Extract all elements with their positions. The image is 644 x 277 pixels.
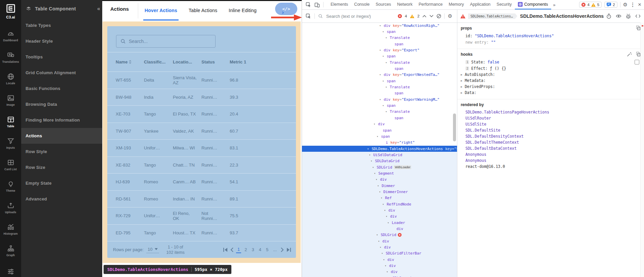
rail-item-card-list[interactable]: Card List: [0, 154, 21, 176]
first-page-button[interactable]: [223, 247, 228, 252]
tree-row[interactable]: span: [302, 90, 457, 96]
tree-disclosure-icon[interactable]: ▾: [367, 147, 372, 150]
hook-row[interactable]: 2Effect:ƒ () {}: [461, 65, 641, 72]
tree-row[interactable]: span: [302, 127, 457, 133]
rendered-by-item[interactable]: Anonymous: [461, 157, 641, 164]
hook-checkbox[interactable]: [635, 60, 639, 64]
tree-row[interactable]: ▾span: [302, 53, 457, 59]
sidebar-item-table-types[interactable]: Table Types: [21, 17, 102, 33]
table-row[interactable]: BW-948IndiaPeoria, AZRunni…39.3: [107, 89, 296, 106]
devtools-tab-network[interactable]: Network: [394, 0, 416, 9]
devtools-tab-security[interactable]: Security: [494, 0, 515, 9]
rail-item-table[interactable]: Table: [0, 111, 21, 133]
devtools-tab-performance[interactable]: Performance: [416, 0, 446, 9]
collapse-menu-button[interactable]: «: [97, 6, 100, 12]
tree-row[interactable]: ▾Translate: [302, 35, 457, 41]
tree-disclosure-icon[interactable]: ▾: [378, 240, 382, 243]
tree-disclosure-icon[interactable]: ▾: [376, 233, 381, 236]
copy-icon[interactable]: [636, 52, 641, 56]
tree-row[interactable]: ▾SDLGrid: [302, 232, 457, 238]
rows-per-page-select[interactable]: 10: [146, 246, 159, 253]
column-header-3[interactable]: Status: [201, 59, 230, 64]
hook-group-data[interactable]: ▶Data:: [461, 90, 641, 96]
sidebar-item-row-size[interactable]: Row Size: [21, 159, 102, 175]
rail-item-graph[interactable]: Graph: [0, 240, 21, 262]
tree-disclosure-icon[interactable]: ▾: [379, 49, 384, 52]
tree-row[interactable]: ▾SDLSearch: [302, 275, 457, 277]
rendered-by-item[interactable]: UiSdlRouter: [461, 115, 641, 121]
tree-row[interactable]: ▾div: [302, 263, 457, 269]
tree-row-selected[interactable]: ▾SDLDemo.TableActionsHoverActionskey="SD…: [302, 146, 457, 152]
tree-disclosure-icon[interactable]: ▾: [382, 203, 387, 206]
tree-disclosure-icon[interactable]: ▾: [379, 24, 384, 27]
rendered-by-item[interactable]: SDL.DefaultSite: [461, 127, 641, 133]
hook-group-autodispatch[interactable]: ▶AutoDispatch:: [461, 72, 641, 78]
hook-group-derivedprops[interactable]: ▶DerivedProps:: [461, 84, 641, 90]
close-devtools-icon[interactable]: ×: [638, 1, 641, 8]
tree-disclosure-icon[interactable]: ▾: [371, 159, 375, 163]
tree-disclosure-icon[interactable]: ▾: [376, 178, 380, 181]
tree-disclosure-icon[interactable]: ▾: [379, 190, 383, 193]
devtools-tab-console[interactable]: Console: [351, 0, 373, 9]
inspect-element-icon[interactable]: [306, 2, 311, 7]
tree-row[interactable]: ▾Translate: [302, 59, 457, 65]
tree-row[interactable]: ▾div: [302, 257, 457, 263]
devtools-tab-components[interactable]: Components: [515, 0, 551, 9]
prop-row[interactable]: new entry:"": [461, 39, 641, 45]
tree-disclosure-icon[interactable]: ▾: [381, 196, 385, 199]
select-component-icon[interactable]: [306, 13, 311, 19]
prev-page-button[interactable]: [230, 247, 234, 252]
tree-row[interactable]: ▾divkey="ExportNestedTa…": [302, 72, 457, 78]
tree-row[interactable]: ▾span: [302, 102, 457, 108]
log-component-bug-icon[interactable]: [626, 13, 631, 19]
table-search-input[interactable]: Search...: [116, 35, 216, 48]
components-search-input[interactable]: Search (text or /regex/): [326, 14, 394, 19]
clear-errors-icon[interactable]: [437, 14, 441, 18]
chevron-down-icon[interactable]: [429, 15, 433, 17]
sidebar-item-empty-state[interactable]: Empty State: [21, 175, 102, 191]
tree-disclosure-icon[interactable]: ▾: [385, 86, 390, 89]
sidebar-item-advanced[interactable]: Advanced: [21, 191, 102, 207]
c3-logo[interactable]: C3.ai: [6, 3, 16, 19]
tree-disclosure-icon[interactable]: ▾: [383, 258, 387, 261]
device-toolbar-icon[interactable]: [314, 2, 320, 7]
tree-disclosure-icon[interactable]: ▾: [381, 252, 386, 255]
rendered-by-item[interactable]: SDLDemo.TableActionsPageHoverActions: [461, 109, 641, 115]
tree-row[interactable]: ▾span: [302, 133, 457, 139]
console-status-badges[interactable]: 4 5: [579, 2, 602, 8]
tree-row[interactable]: ▾UiSdlDataGrid: [302, 152, 457, 158]
page-number-4[interactable]: 4: [258, 246, 263, 253]
tree-disclosure-icon[interactable]: ▾: [374, 172, 378, 175]
rendered-by-item[interactable]: SDL.DefaultDataContext: [461, 145, 641, 151]
chevron-up-icon[interactable]: [422, 15, 426, 17]
tree-row[interactable]: ▾div: [302, 177, 457, 183]
rail-item-theme[interactable]: Theme: [0, 176, 21, 197]
parse-hook-names-wand-icon[interactable]: [627, 52, 632, 57]
devtools-tab-sources[interactable]: Sources: [373, 0, 394, 9]
tree-row[interactable]: ▾SDLGridWithLoader: [302, 164, 457, 170]
inspect-dom-eye-icon[interactable]: [616, 14, 621, 18]
column-header-4[interactable]: Metric 1: [230, 59, 260, 64]
tree-row[interactable]: ▾div: [302, 207, 457, 213]
tree-row[interactable]: ▾SDLDataGrid: [302, 158, 457, 164]
suspense-stopwatch-icon[interactable]: [606, 13, 611, 19]
table-row[interactable]: XE-832TangoChatt… TNRunni…22.3: [107, 157, 296, 174]
tree-row[interactable]: ▾span: [302, 29, 457, 35]
tree-disclosure-icon[interactable]: ▾: [385, 36, 390, 39]
rail-item-translations[interactable]: Translations: [0, 47, 21, 68]
tree-row[interactable]: ▾div: [302, 244, 457, 250]
tree-disclosure-icon[interactable]: ▾: [386, 215, 390, 218]
tree-disclosure-icon[interactable]: ▾: [385, 61, 390, 64]
tree-row[interactable]: div: [302, 226, 457, 232]
tree-disclosure-icon[interactable]: ▾: [379, 73, 384, 76]
sidebar-item-tooltips[interactable]: Tooltips: [21, 49, 102, 65]
tree-row[interactable]: ▾Dimmer: [302, 183, 457, 189]
tree-row[interactable]: ▾Ref: [302, 195, 457, 201]
tree-row[interactable]: span: [302, 41, 457, 47]
page-number-2[interactable]: 2: [243, 246, 248, 253]
tab-hover-actions[interactable]: Hover Actions: [143, 1, 179, 20]
sidebar-item-basic-functions[interactable]: Basic Functions: [21, 81, 102, 96]
tree-disclosure-icon[interactable]: ▾: [386, 270, 391, 273]
sidebar-item-actions[interactable]: Actions: [21, 128, 102, 144]
hook-row[interactable]: 1State:false: [461, 59, 641, 65]
